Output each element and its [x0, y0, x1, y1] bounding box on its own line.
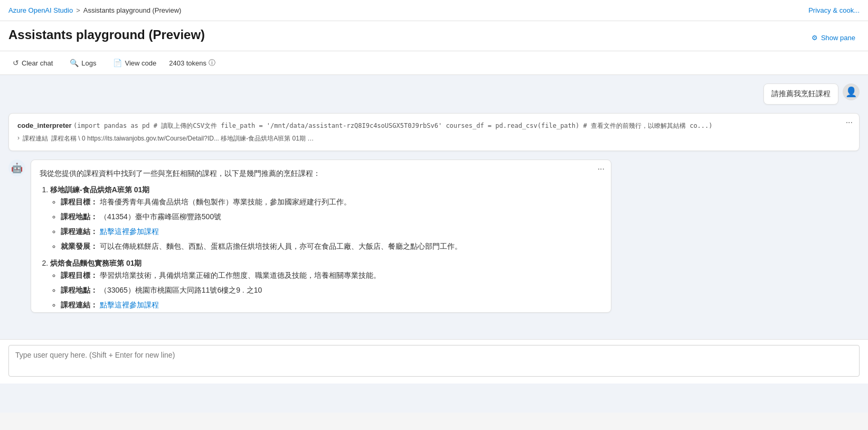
code-result-label: 課程連結 — [23, 134, 48, 143]
list-item: 移地訓練-食品烘焙A班第 01期 課程目標： 培養優秀青年具備食品烘培（麵包製作… — [50, 184, 602, 253]
page-title-row: Assistants playground (Preview) ⚙ Show p… — [0, 21, 868, 51]
list-item: 課程連結： 點擊這裡參加課程 — [61, 226, 602, 238]
token-info: 2403 tokens ⓘ — [169, 58, 215, 68]
list-item: 就業發展： 可以在傳統糕餅店、麵包、西點、蛋糕店擔任烘培技術人員，亦可在食品工廠… — [61, 240, 602, 253]
detail-label: 課程目標： — [61, 271, 98, 279]
view-code-label: View code — [125, 59, 156, 67]
course-1-title: 移地訓練-食品烘焙A班第 01期 — [50, 185, 149, 194]
list-item: 課程目標： 學習烘培業技術，具備烘培業正確的工作態度、職業道德及技能，培養相關專… — [61, 269, 602, 282]
user-avatar-icon: 👤 — [845, 86, 857, 98]
page-title: Assistants playground (Preview) — [8, 27, 205, 42]
code-interpreter-label: code_interpreter — [17, 121, 72, 129]
user-input[interactable] — [8, 345, 860, 377]
course-list: 移地訓練-食品烘焙A班第 01期 課程目標： 培養優秀青年具備食品烘培（麵包製作… — [50, 184, 602, 313]
code-interpreter-block: ··· code_interpreter (import pandas as p… — [8, 113, 860, 151]
detail-text: 可以在傳統糕餅店、麵包、西點、蛋糕店擔任烘培技術人員，亦可在食品工廠、大飯店、餐… — [100, 242, 462, 250]
view-code-icon: 📄 — [113, 59, 122, 67]
input-area — [0, 339, 868, 384]
robot-icon: 🤖 — [11, 162, 23, 174]
list-item: 烘焙食品麵包實務班第 01期 課程目標： 學習烘培業技術，具備烘培業正確的工作態… — [50, 257, 602, 313]
detail-label: 課程地點： — [61, 212, 98, 221]
show-pane-label: Show pane — [821, 34, 855, 42]
course-1-link[interactable]: 點擊這裡參加課程 — [100, 227, 159, 236]
assistant-avatar: 🤖 — [8, 160, 25, 176]
chat-area: 請推薦我烹飪課程 👤 ··· code_interpreter (import … — [0, 75, 868, 339]
detail-label: 課程目標： — [61, 198, 98, 206]
breadcrumb-home[interactable]: Azure OpenAI Studio — [8, 6, 73, 14]
detail-text: 學習烘培業技術，具備烘培業正確的工作態度、職業道德及技能，培養相關專業技能。 — [100, 271, 381, 279]
code-interpreter-header: code_interpreter (import pandas as pd # … — [17, 121, 851, 131]
code-interpreter-code: (import pandas as pd # 讀取上傳的CSV文件 file_p… — [73, 122, 712, 129]
list-item: 課程地點： （41354）臺中市霧峰區柳豐路500號 — [61, 211, 602, 223]
show-pane-button[interactable]: ⚙ Show pane — [807, 32, 860, 44]
code-result: › 課程連結 課程名稱 \ 0 https://its.taiwanjobs.g… — [17, 134, 851, 143]
top-nav: Azure OpenAI Studio > Assistants playgro… — [0, 0, 868, 21]
breadcrumb-separator: > — [76, 6, 80, 14]
detail-label: 課程連結： — [61, 227, 98, 236]
user-message-text: 請推薦我烹飪課程 — [771, 89, 831, 98]
assistant-bubble: ··· 我從您提供的課程資料中找到了一些與烹飪相關的課程，以下是幾門推薦的烹飪課… — [31, 160, 611, 313]
assistant-intro: 我從您提供的課程資料中找到了一些與烹飪相關的課程，以下是幾門推薦的烹飪課程： — [40, 167, 602, 179]
detail-label: 就業發展： — [61, 242, 98, 250]
avatar: 👤 — [843, 83, 860, 100]
detail-label: 課程連結： — [61, 301, 98, 309]
course-2-details: 課程目標： 學習烘培業技術，具備烘培業正確的工作態度、職業道德及技能，培養相關專… — [61, 269, 602, 313]
detail-label: 課程地點： — [61, 286, 98, 294]
list-item: 課程地點： （33065）桃園市桃園區大同路11號6樓之9 . 之10 — [61, 284, 602, 297]
token-count: 2403 tokens — [169, 59, 206, 67]
list-item: 課程目標： 培養優秀青年具備食品烘培（麵包製作）專業技能，參加國家經建行列工作。 — [61, 196, 602, 209]
detail-text: 培養優秀青年具備食品烘培（麵包製作）專業技能，參加國家經建行列工作。 — [100, 198, 351, 206]
list-item: 課程連結： 點擊這裡參加課程 — [61, 299, 602, 312]
course-1-details: 課程目標： 培養優秀青年具備食品烘培（麵包製作）專業技能，參加國家經建行列工作。… — [61, 196, 602, 253]
info-icon[interactable]: ⓘ — [209, 58, 215, 68]
clear-chat-button[interactable]: ↺ Clear chat — [8, 57, 57, 69]
logs-icon: 🔍 — [70, 59, 79, 67]
privacy-link[interactable]: Privacy & cook... — [808, 6, 860, 14]
clear-chat-label: Clear chat — [22, 59, 53, 67]
breadcrumb-current: Assistants playground (Preview) — [83, 6, 182, 14]
code-result-text: 課程名稱 \ 0 https://its.taiwanjobs.gov.tw/C… — [51, 134, 314, 143]
course-2-link[interactable]: 點擊這裡參加課程 — [100, 301, 159, 309]
assistant-message-wrapper: 🤖 ··· 我從您提供的課程資料中找到了一些與烹飪相關的課程，以下是幾門推薦的烹… — [8, 160, 860, 313]
main-container: ↺ Clear chat 🔍 Logs 📄 View code 2403 tok… — [0, 51, 868, 413]
clear-icon: ↺ — [13, 59, 19, 67]
breadcrumb: Azure OpenAI Studio > Assistants playgro… — [8, 6, 181, 14]
course-2-title: 烘焙食品麵包實務班第 01期 — [50, 259, 141, 267]
user-message-wrapper: 請推薦我烹飪課程 👤 — [8, 83, 860, 105]
detail-text: （33065）桃園市桃園區大同路11號6樓之9 . 之10 — [100, 286, 262, 294]
logs-label: Logs — [81, 59, 96, 67]
assistant-more-button[interactable]: ··· — [598, 164, 605, 174]
code-more-button[interactable]: ··· — [846, 118, 853, 127]
detail-text: （41354）臺中市霧峰區柳豐路500號 — [100, 212, 221, 221]
chevron-icon: › — [17, 134, 20, 142]
page-wrapper: Azure OpenAI Studio > Assistants playgro… — [0, 0, 868, 413]
user-bubble: 請推薦我烹飪課程 — [763, 83, 838, 105]
gear-icon: ⚙ — [812, 34, 818, 42]
toolbar: ↺ Clear chat 🔍 Logs 📄 View code 2403 tok… — [0, 51, 868, 75]
view-code-button[interactable]: 📄 View code — [109, 57, 161, 69]
logs-button[interactable]: 🔍 Logs — [65, 57, 100, 69]
